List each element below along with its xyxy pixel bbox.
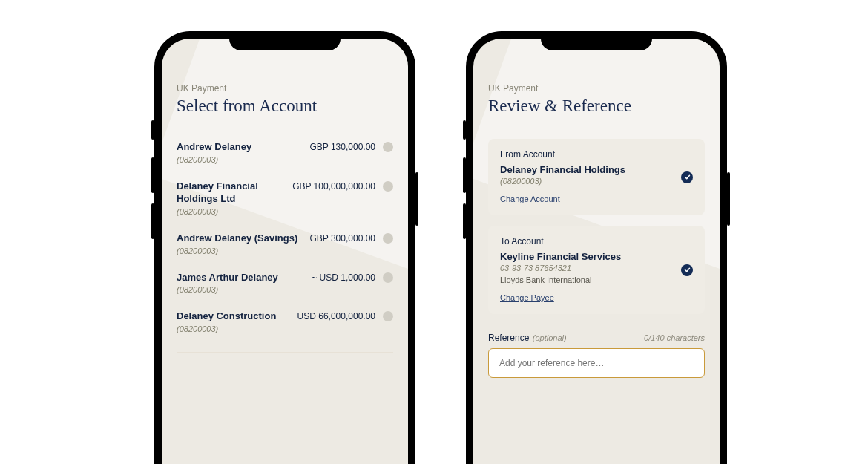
account-number: (08200003) [177,285,312,294]
device-notch [229,31,341,50]
screen-title: Select from Account [177,97,393,116]
account-balance: USD 66,000,000.00 [297,310,375,321]
to-account-name: Keyline Financial Services [500,251,693,262]
change-payee-link[interactable]: Change Payee [500,293,554,302]
reference-optional: (optional) [533,333,567,342]
account-row[interactable]: James Arthur Delaney (08200003) ~ USD 1,… [177,264,393,303]
account-name: James Arthur Delaney [177,272,312,284]
card-label: From Account [500,149,693,160]
account-list: Andrew Delaney (08200003) GBP 130,000.00… [177,133,393,353]
radio-icon[interactable] [383,233,393,244]
account-number: (08200003) [177,324,297,333]
account-balance: GBP 100,000,000.00 [292,180,375,192]
change-account-link[interactable]: Change Account [500,195,560,203]
account-balance: ~ USD 1,000.00 [312,272,375,283]
account-number: (08200003) [177,155,309,164]
account-name: Andrew Delaney (Savings) [177,232,309,245]
account-balance: GBP 300,000.00 [309,232,375,244]
account-row[interactable]: Andrew Delaney (Savings) (08200003) GBP … [177,224,393,264]
reference-count: 0/140 characters [644,333,705,342]
check-icon [681,264,693,276]
from-account-name: Delaney Financial Holdings [500,164,693,175]
account-name: Delaney Financial Holdings Ltd [177,180,292,206]
from-account-card: From Account Delaney Financial Holdings … [488,139,705,215]
divider [488,128,705,128]
account-balance: GBP 130,000.00 [309,141,375,152]
check-icon [681,171,693,183]
card-label: To Account [500,236,693,246]
radio-icon[interactable] [383,142,393,152]
reference-label: Reference [488,333,529,343]
from-account-number: (08200003) [500,177,693,186]
account-row[interactable]: Andrew Delaney (08200003) GBP 130,000.00 [177,133,393,172]
radio-icon[interactable] [383,311,393,321]
phone-review-reference: UK Payment Review & Reference From Accou… [466,31,727,464]
screen-eyebrow: UK Payment [488,83,705,94]
divider [177,128,393,128]
radio-icon[interactable] [383,181,393,192]
account-row[interactable]: Delaney Construction (08200003) USD 66,0… [177,302,393,342]
to-account-card: To Account Keyline Financial Services 03… [488,226,705,314]
account-row[interactable]: Delaney Financial Holdings Ltd (08200003… [177,172,393,224]
account-name: Andrew Delaney [177,141,309,154]
account-name: Delaney Construction [177,310,297,323]
to-account-bank: Lloyds Bank International [500,275,693,284]
account-number: (08200003) [177,207,292,216]
divider [177,352,393,353]
screen-eyebrow: UK Payment [177,83,393,94]
screen-title: Review & Reference [488,97,705,116]
phone-select-account: UK Payment Select from Account Andrew De… [154,31,415,464]
radio-icon[interactable] [383,272,393,283]
to-account-sort: 03-93-73 87654321 [500,264,693,272]
device-notch [541,31,652,50]
reference-input[interactable] [488,348,705,378]
account-number: (08200003) [177,246,309,255]
